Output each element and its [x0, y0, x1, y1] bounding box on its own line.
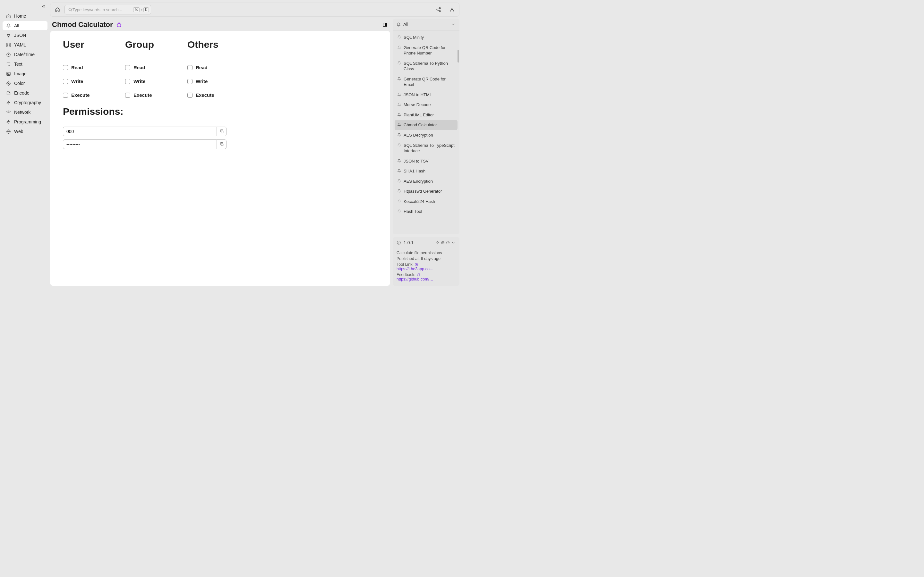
- sidebar-item-text[interactable]: Text: [3, 60, 47, 69]
- sidebar-item-label: JSON: [14, 33, 26, 38]
- sidebar-item-label: Color: [14, 81, 25, 86]
- sidebar-item-cryptography[interactable]: Cryptography: [3, 98, 47, 107]
- checkbox-others-execute[interactable]: [187, 93, 192, 98]
- checkbox-others-read[interactable]: [187, 65, 192, 70]
- chevron-down-icon[interactable]: [451, 240, 456, 245]
- svg-rect-2: [6, 45, 8, 47]
- sidebar-item-network[interactable]: Network: [3, 108, 47, 117]
- sidebar-item-label: Home: [14, 13, 26, 19]
- svg-rect-0: [6, 43, 8, 44]
- copy-symbolic-button[interactable]: [217, 139, 226, 149]
- tool-list-item[interactable]: Htpasswd Generator: [395, 186, 457, 197]
- check-label: Read: [134, 65, 145, 70]
- checkbox-row[interactable]: Read: [187, 65, 250, 70]
- search-box[interactable]: ⌘ + K: [65, 5, 151, 15]
- sidebar-item-datetime[interactable]: Date/Time: [3, 50, 47, 59]
- tool-list-item[interactable]: Generate QR Code for Phone Number: [395, 43, 457, 58]
- tool-list-item[interactable]: JSON to TSV: [395, 156, 457, 166]
- checkbox-group-write[interactable]: [125, 79, 130, 84]
- sidebar-item-label: All: [14, 23, 19, 28]
- bell-icon: [397, 169, 402, 173]
- scrollbar-thumb[interactable]: [457, 50, 459, 63]
- checkbox-group-read[interactable]: [125, 65, 130, 70]
- checkbox-row[interactable]: Write: [63, 79, 125, 84]
- collapse-sidebar-button[interactable]: [40, 3, 47, 10]
- svg-rect-3: [9, 45, 10, 47]
- bell-icon: [397, 143, 402, 147]
- sidebar-item-label: Network: [14, 110, 31, 115]
- home-button[interactable]: [53, 6, 61, 13]
- tool-list-item[interactable]: Hash Tool: [395, 206, 457, 217]
- checkbox-row[interactable]: Write: [187, 79, 250, 84]
- tool-list-item[interactable]: SHA1 Hash: [395, 166, 457, 176]
- sidebar-item-web[interactable]: Web: [3, 127, 47, 136]
- sidebar-item-encode[interactable]: Encode: [3, 89, 47, 97]
- sidebar-item-label: YAML: [14, 42, 26, 47]
- checkbox-user-read[interactable]: [63, 65, 68, 70]
- share-button[interactable]: [435, 6, 443, 13]
- bell-icon: [397, 189, 402, 193]
- tool-list-item[interactable]: AES Encryption: [395, 176, 457, 187]
- favorite-button[interactable]: [116, 21, 122, 28]
- check-circle-icon: [446, 241, 450, 245]
- sidebar-item-label: Programming: [14, 119, 41, 124]
- sidebar-item-label: Encode: [14, 90, 29, 95]
- sidebar-item-json[interactable]: JSON: [3, 31, 47, 40]
- checkbox-row[interactable]: Execute: [187, 92, 250, 98]
- sidebar-item-color[interactable]: Color: [3, 79, 47, 88]
- checkbox-others-write[interactable]: [187, 79, 192, 84]
- tool-list-item[interactable]: AES Decryption: [395, 130, 457, 140]
- checkbox-row[interactable]: Execute: [63, 92, 125, 98]
- tool-link[interactable]: https://t.he3app.co…: [397, 267, 433, 271]
- checkbox-user-execute[interactable]: [63, 93, 68, 98]
- checkbox-group-execute[interactable]: [125, 93, 130, 98]
- tool-list-item[interactable]: Keccak224 Hash: [395, 197, 457, 207]
- zap-icon: [6, 119, 11, 124]
- checkbox-user-write[interactable]: [63, 79, 68, 84]
- tools-filter-dropdown[interactable]: All: [393, 19, 459, 31]
- checkbox-row[interactable]: Execute: [125, 92, 187, 98]
- tool-list-label: Chmod Calculator: [404, 122, 437, 128]
- wifi-icon: [6, 110, 11, 115]
- permissions-heading: Permissions:: [63, 106, 377, 117]
- aperture-icon: [6, 81, 11, 86]
- tool-list-item[interactable]: PlantUML Editor: [395, 110, 457, 120]
- plug-icon: [6, 33, 11, 38]
- tool-list-item[interactable]: Morse Decode: [395, 100, 457, 110]
- sidebar-item-all[interactable]: All: [3, 21, 47, 30]
- symbolic-input[interactable]: [63, 139, 217, 149]
- tool-list-label: AES Decryption: [404, 132, 433, 138]
- search-input[interactable]: [73, 7, 133, 12]
- sidebar-item-home[interactable]: Home: [3, 11, 47, 21]
- checkbox-row[interactable]: Read: [125, 65, 187, 70]
- tool-list-item[interactable]: SQL Minify: [395, 32, 457, 43]
- sidebar-item-programming[interactable]: Programming: [3, 117, 47, 126]
- home-icon: [6, 13, 11, 19]
- image-icon: [6, 71, 11, 76]
- toggle-right-panel-button[interactable]: [382, 21, 388, 28]
- feedback-link[interactable]: https://github.com/…: [397, 277, 433, 282]
- tool-list-label: Morse Decode: [404, 102, 431, 108]
- star-icon: [116, 22, 122, 27]
- checkbox-row[interactable]: Read: [63, 65, 125, 70]
- chevrons-left-icon: [41, 4, 46, 9]
- sidebar-item-yaml[interactable]: YAML: [3, 40, 47, 49]
- tool-list-item[interactable]: Generate QR Code for Email: [395, 74, 457, 90]
- checkbox-row[interactable]: Write: [125, 79, 187, 84]
- octal-input[interactable]: [63, 127, 217, 136]
- tools-list[interactable]: SQL MinifyGenerate QR Code for Phone Num…: [393, 31, 459, 234]
- check-label: Execute: [134, 92, 152, 98]
- svg-rect-5: [6, 72, 10, 75]
- tool-list-item[interactable]: SQL Schema To Python Class: [395, 58, 457, 74]
- zap-icon: [436, 241, 439, 245]
- sidebar-item-image[interactable]: Image: [3, 69, 47, 78]
- column-others: Others Read Write Execute: [187, 39, 250, 98]
- tool-list-item[interactable]: JSON to HTML: [395, 90, 457, 100]
- bell-icon: [397, 45, 402, 49]
- user-button[interactable]: [448, 6, 456, 13]
- tool-list-item[interactable]: Chmod Calculator: [395, 120, 457, 130]
- grid-icon: [6, 42, 11, 47]
- tool-list-label: SQL Minify: [404, 35, 424, 40]
- tool-list-item[interactable]: SQL Schema To TypeScript Interface: [395, 140, 457, 156]
- copy-octal-button[interactable]: [217, 127, 226, 136]
